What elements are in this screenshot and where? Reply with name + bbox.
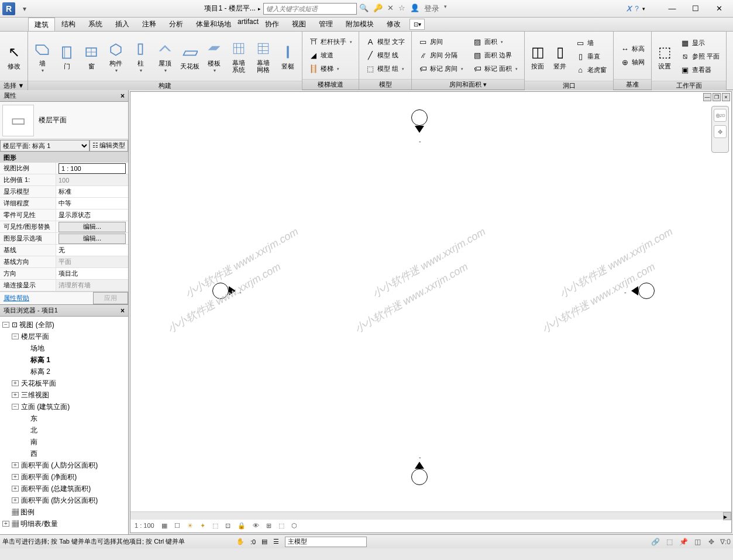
- design-option-combo[interactable]: 主模型: [285, 537, 367, 547]
- show-workplane-button[interactable]: ▦显示: [677, 36, 722, 49]
- property-value[interactable]: 编辑...: [56, 233, 128, 244]
- tab-modify[interactable]: 修改: [380, 18, 407, 31]
- crop-view-icon[interactable]: ⬚: [211, 522, 220, 530]
- property-row[interactable]: 图形显示选项编辑...: [0, 233, 128, 245]
- column-button[interactable]: 柱▼: [129, 33, 152, 80]
- select-underlay-icon[interactable]: ⬚: [664, 537, 675, 547]
- tree-toggle-icon[interactable]: −: [2, 322, 9, 328]
- selection-count-icon[interactable]: ✋: [236, 538, 245, 545]
- property-value[interactable]: 编辑...: [56, 221, 128, 232]
- visual-style-icon[interactable]: ☐: [173, 522, 182, 530]
- help-icon[interactable]: ?: [635, 5, 639, 13]
- tree-floor-plan-item[interactable]: 场地: [2, 342, 126, 354]
- tree-elevation-item[interactable]: 西: [2, 448, 126, 459]
- login-dropdown[interactable]: ▾: [444, 4, 447, 14]
- tab-addins[interactable]: 附加模块: [339, 18, 380, 31]
- drag-elements-icon[interactable]: ✥: [706, 537, 717, 547]
- tree-toggle-icon[interactable]: −: [12, 404, 19, 410]
- curtain-system-button[interactable]: 幕墙 系统: [227, 33, 250, 80]
- property-input[interactable]: [58, 163, 126, 174]
- tab-annotate[interactable]: 注释: [136, 18, 163, 31]
- ceiling-button[interactable]: 天花板: [178, 33, 201, 80]
- property-edit-button[interactable]: 编辑...: [58, 222, 126, 232]
- mullion-button[interactable]: 竖梃: [276, 33, 300, 80]
- editable-only-icon[interactable]: ☰: [273, 538, 279, 545]
- tree-toggle-icon[interactable]: −: [12, 334, 19, 339]
- model-line-button[interactable]: ╱模型 线: [363, 49, 408, 62]
- tree-area-plans[interactable]: +面积平面 (防火分区面积): [2, 494, 126, 506]
- property-row[interactable]: 基线方向平面: [0, 256, 128, 268]
- x-icon[interactable]: ⵝ: [627, 5, 631, 13]
- opening-face-button[interactable]: ◫按面: [527, 33, 548, 80]
- roof-button[interactable]: 屋顶▼: [153, 33, 177, 80]
- window-button[interactable]: <><...Old name="wall-icon" data-interact…: [80, 33, 103, 80]
- window-close[interactable]: ✕: [707, 1, 731, 16]
- select-links-icon[interactable]: 🔗: [650, 537, 660, 547]
- level-button[interactable]: ↔标高: [617, 42, 648, 55]
- close-icon[interactable]: ×: [121, 307, 125, 315]
- property-edit-button[interactable]: 编辑...: [58, 233, 126, 244]
- tree-schedules[interactable]: +▦ 明细表/数量: [2, 518, 126, 530]
- tab-overflow[interactable]: ⊡▾: [409, 19, 425, 30]
- model-group-button[interactable]: ⬚模型 组▾: [363, 63, 408, 75]
- view-minimize-icon[interactable]: —: [703, 93, 711, 101]
- tree-ceiling-plans[interactable]: +天花板平面: [2, 377, 126, 389]
- elevation-marker-north[interactable]: [411, 109, 428, 126]
- opening-vertical-button[interactable]: ▯垂直: [573, 50, 610, 63]
- tree-3d-views[interactable]: +三维视图: [2, 389, 126, 401]
- property-value[interactable]: 无: [56, 245, 128, 256]
- reveal-hidden-icon[interactable]: ⊞: [264, 522, 273, 530]
- tree-toggle-icon[interactable]: +: [2, 521, 9, 527]
- property-row[interactable]: 显示模型标准: [0, 186, 128, 198]
- props-section-graphics[interactable]: 图形: [0, 152, 128, 163]
- tab-insert[interactable]: 插入: [109, 18, 136, 31]
- property-row[interactable]: 详细程度中等: [0, 198, 128, 209]
- window-minimize[interactable]: —: [660, 1, 684, 16]
- login-label[interactable]: 登录: [424, 4, 439, 14]
- modify-button[interactable]: ↖ 修改: [2, 33, 26, 80]
- tree-toggle-icon[interactable]: +: [12, 474, 19, 480]
- ref-plane-button[interactable]: ⧅参照 平面: [677, 50, 722, 63]
- tab-architecture[interactable]: 建筑: [28, 18, 55, 31]
- model-text-button[interactable]: A模型 文字: [363, 36, 408, 49]
- infocenter-search[interactable]: [263, 3, 357, 15]
- search-icon[interactable]: 🔍: [359, 4, 369, 14]
- component-button[interactable]: 构件▼: [104, 33, 128, 80]
- filter-icon[interactable]: ▤: [261, 538, 267, 545]
- project-browser[interactable]: −⊡ 视图 (全部)−楼层平面场地标高 1标高 2+天花板平面+三维视图−立面 …: [0, 317, 128, 534]
- tab-massing[interactable]: 体量和场地: [190, 18, 238, 31]
- elevation-marker-east[interactable]: [638, 283, 655, 299]
- tree-area-plans[interactable]: +面积平面 (净面积): [2, 471, 126, 483]
- tree-views-root[interactable]: −⊡ 视图 (全部): [2, 319, 126, 331]
- door-button[interactable]: 门: [55, 33, 78, 80]
- tree-area-plans[interactable]: +面积平面 (人防分区面积): [2, 459, 126, 471]
- tree-toggle-icon[interactable]: +: [12, 486, 19, 492]
- shaft-button[interactable]: ▯竖井: [549, 33, 570, 80]
- wall-button[interactable]: 墙▼: [30, 33, 54, 80]
- property-value[interactable]: 中等: [56, 198, 128, 209]
- view-restore-icon[interactable]: ❐: [713, 93, 721, 101]
- filter-selection-icon[interactable]: ∇:0: [720, 537, 731, 547]
- tree-floor-plans[interactable]: −楼层平面: [2, 331, 126, 342]
- room-button[interactable]: ▭房间: [415, 36, 466, 49]
- browser-header[interactable]: 项目浏览器 - 项目1 ×: [0, 305, 128, 317]
- property-row[interactable]: 零件可见性显示原状态: [0, 209, 128, 221]
- sun-path-icon[interactable]: ☀: [185, 522, 195, 530]
- tree-toggle-icon[interactable]: +: [12, 392, 19, 398]
- tag-area-button[interactable]: 🏷标记 面积▾: [470, 63, 521, 75]
- tree-elevation-item[interactable]: 东: [2, 413, 126, 424]
- apply-button[interactable]: 应用: [93, 292, 128, 304]
- tree-toggle-icon[interactable]: +: [12, 497, 19, 503]
- stair-button[interactable]: 🪜楼梯▾: [306, 63, 355, 75]
- horizontal-scrollbar[interactable]: ▸: [130, 511, 731, 520]
- railing-button[interactable]: ⛩栏杆扶手▾: [306, 36, 355, 49]
- group-room-area[interactable]: 房间和面积 ▾: [412, 79, 524, 90]
- property-value[interactable]: [56, 163, 128, 174]
- qat-open-icon[interactable]: ▾: [19, 3, 30, 15]
- temp-hide-icon[interactable]: 👁: [251, 522, 261, 529]
- properties-help-link[interactable]: 属性帮助: [0, 294, 33, 303]
- tab-structure[interactable]: 结构: [55, 18, 82, 31]
- window-maximize[interactable]: ☐: [684, 1, 707, 16]
- opening-wall-button[interactable]: ▭墙: [573, 36, 610, 49]
- close-icon[interactable]: ×: [121, 92, 125, 100]
